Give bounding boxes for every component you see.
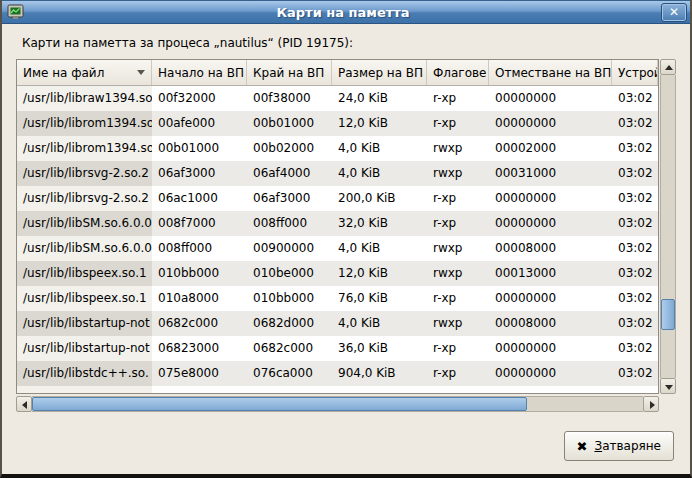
table-cell: rwxp [427,136,489,161]
table-cell: /usr/lib/libSM.so.6.0.0 [17,211,152,236]
table-cell: 00008000 [489,236,612,261]
table-cell: rwxp [427,236,489,261]
table-row[interactable]: /usr/lib/libSM.so.6.0.0008f7000008ff0003… [17,211,658,236]
scroll-right-icon[interactable] [643,396,659,412]
sort-arrow-icon [137,70,145,75]
close-dialog-button[interactable]: ✖ Затваряне [564,431,674,461]
scroll-up-icon[interactable] [660,59,676,75]
close-x-icon: ✖ [577,440,588,453]
table-cell: 03:02 [612,236,659,261]
table-cell: 008f7000 [152,211,247,236]
dialog-subtitle: Карти на паметта за процеса „nautilus“ (… [22,36,670,50]
close-icon[interactable]: ✕ [661,3,687,22]
table-row[interactable]: /usr/lib/librsvg-2.so.206ac100006af30002… [17,186,658,211]
table-row[interactable]: /usr/lib/libstartup-not0682c0000682d0004… [17,311,658,336]
table-cell: 076ca000 [247,361,332,386]
memory-map-table-area: Име на файл Начало на ВП Край на ВП Разм… [16,59,675,412]
table-cell: 03:02 [612,361,659,386]
table-row[interactable]: /usr/lib/librom1394.so00afe00000b0100012… [17,111,658,136]
table-cell: 075e8000 [152,361,247,386]
horizontal-scrollbar[interactable] [16,396,659,412]
table-cell: 12,0 KiB [332,261,427,286]
horizontal-scroll-track[interactable] [32,396,643,412]
table-cell: 200,0 KiB [332,186,427,211]
table-cell: 008ff000 [247,211,332,236]
table-row[interactable]: /usr/lib/libSM.so.6.0.0008ff000009000004… [17,236,658,261]
vertical-scroll-thumb[interactable] [661,299,675,330]
titlebar[interactable]: Карти на паметта ✕ [2,0,690,24]
table-cell: 03:02 [612,286,659,311]
vertical-scroll-track[interactable] [660,75,676,378]
system-monitor-icon [7,4,25,20]
table-cell: 03:02 [612,136,659,161]
table-cell: 4,0 KiB [332,311,427,336]
table-header-row: Име на файл Начало на ВП Край на ВП Разм… [17,60,658,86]
table-cell: 03:02 [612,311,659,336]
table-cell: 24,0 KiB [332,86,427,111]
table-row[interactable]: /usr/lib/librsvg-2.so.206af300006af40004… [17,161,658,186]
table-row[interactable]: /usr/lib/librom1394.so00b0100000b020004,… [17,136,658,161]
table-cell: r-xp [427,286,489,311]
table-cell: /usr/lib/libspeex.so.1 [17,286,152,311]
table-cell: r-xp [427,86,489,111]
table-cell: 4,0 KiB [332,136,427,161]
table-cell: /usr/lib/libSM.so.6.0.0 [17,236,152,261]
table-cell: 0682d000 [247,311,332,336]
scroll-down-icon[interactable] [660,378,676,394]
table-cell: 00b01000 [247,111,332,136]
table-cell: /usr/lib/librsvg-2.so.2 [17,161,152,186]
table-cell: 00000000 [489,111,612,136]
table-cell: 06ac1000 [152,186,247,211]
table-row[interactable]: /usr/lib/libspeex.so.1010a8000010bb00076… [17,286,658,311]
table-cell: /usr/lib/libspeex.so.1 [17,261,152,286]
column-header-vm-start[interactable]: Начало на ВП [152,60,247,85]
table-cell: 00000000 [489,361,612,386]
table-cell: 00013000 [489,261,612,286]
table-cell: 00b01000 [152,136,247,161]
table-cell: 010be000 [247,261,332,286]
table-cell: 00000000 [489,186,612,211]
table-cell: /usr/lib/libstartup-not [17,336,152,361]
table-cell: rwxp [427,311,489,336]
table-row[interactable]: /usr/lib/libraw1394.so00f3200000f3800024… [17,86,658,111]
table-cell: r-xp [427,361,489,386]
vertical-scrollbar[interactable] [660,59,676,394]
column-header-vm-end[interactable]: Край на ВП [247,60,332,85]
table-cell: 00000000 [489,211,612,236]
column-header-filename[interactable]: Име на файл [17,60,152,85]
table-cell: /usr/lib/librom1394.so [17,111,152,136]
window-title: Карти на паметта [25,5,661,20]
column-header-vm-size[interactable]: Размер на ВП [332,60,427,85]
table-row-partial [17,386,658,393]
memory-map-table: Име на файл Начало на ВП Край на ВП Разм… [16,59,659,394]
table-cell: r-xp [427,336,489,361]
table-cell: 00f38000 [247,86,332,111]
table-cell: rwxp [427,161,489,186]
table-cell: r-xp [427,186,489,211]
memory-maps-dialog: Карти на паметта ✕ Карти на паметта за п… [0,0,692,478]
table-cell: 03:02 [612,186,659,211]
table-cell: 0682c000 [152,311,247,336]
table-cell: 4,0 KiB [332,161,427,186]
table-cell: 06af3000 [247,186,332,211]
table-cell: 03:02 [612,161,659,186]
table-cell: 03:02 [612,86,659,111]
horizontal-scroll-thumb[interactable] [32,397,527,411]
column-header-vm-offset[interactable]: Отместване на ВП [489,60,612,85]
table-cell: 32,0 KiB [332,211,427,236]
table-cell: 06823000 [152,336,247,361]
table-cell: 06af3000 [152,161,247,186]
table-row[interactable]: /usr/lib/libspeex.so.1010bb000010be00012… [17,261,658,286]
table-cell: 00000000 [489,86,612,111]
column-header-flags[interactable]: Флагове [427,60,489,85]
table-row[interactable]: /usr/lib/libstdc++.so.075e8000076ca00090… [17,361,658,386]
close-button-label: Затваряне [594,439,661,453]
table-cell: /usr/lib/librsvg-2.so.2 [17,186,152,211]
table-row[interactable]: /usr/lib/libstartup-not068230000682c0003… [17,336,658,361]
table-cell: 03:02 [612,336,659,361]
table-cell: 03:02 [612,211,659,236]
column-header-device[interactable]: Устройство [612,60,658,85]
table-cell: rwxp [427,261,489,286]
scroll-left-icon[interactable] [16,396,32,412]
table-cell: /usr/lib/libstartup-not [17,311,152,336]
